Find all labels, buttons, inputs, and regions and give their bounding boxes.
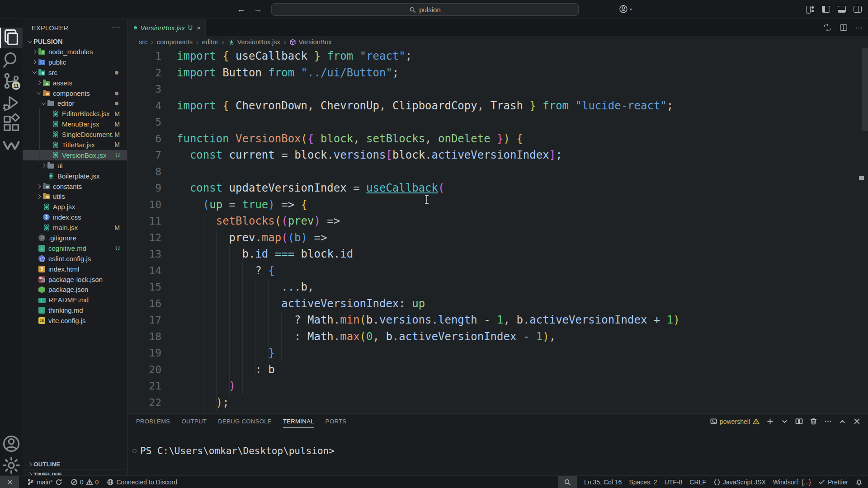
problems[interactable]: 00: [71, 479, 99, 486]
breadcrumb-item[interactable]: VersionBox: [289, 38, 331, 46]
activity-account-icon[interactable]: [0, 433, 23, 454]
tree-item-eslint-config-js[interactable]: eslint.config.js: [23, 253, 127, 264]
remote-indicator[interactable]: [0, 476, 19, 488]
activity-extensions-icon[interactable]: [0, 113, 23, 134]
nav-forward-icon[interactable]: →: [254, 5, 262, 14]
activity-settings-icon[interactable]: [0, 455, 23, 476]
cursor-position[interactable]: Ln 35, Col 16: [584, 479, 622, 486]
tree-item-node-modules[interactable]: node_modules: [23, 47, 127, 57]
activity-run-debug-icon[interactable]: [0, 92, 23, 113]
code-line-10[interactable]: 10 (up = true) => {: [128, 197, 868, 213]
panel-more-icon[interactable]: [824, 418, 832, 425]
tree-item-menubar-jsx[interactable]: MenuBar.jsxM: [23, 119, 127, 129]
code-line-1[interactable]: 1import { useCallback } from "react";: [128, 48, 868, 65]
tree-item-cognitive-md[interactable]: cognitive.mdU: [23, 243, 127, 253]
tree-item-thinking-md[interactable]: thinking.md: [23, 305, 127, 315]
new-terminal-icon[interactable]: [766, 418, 774, 425]
code-line-11[interactable]: 11 setBlocks((prev) =>: [128, 213, 868, 230]
activity-search-icon[interactable]: [0, 50, 23, 70]
terminal-content[interactable]: PS C:\Users\omkar\Desktop\pulsion>: [132, 446, 335, 456]
code-line-8[interactable]: 8: [128, 164, 868, 180]
tree-item-main-jsx[interactable]: main.jsxM: [23, 222, 127, 233]
tree-item-app-jsx[interactable]: App.jsx: [23, 202, 127, 212]
panel-tab-ports[interactable]: PORTS: [326, 414, 347, 429]
split-terminal-icon[interactable]: [795, 418, 803, 425]
split-editor-icon[interactable]: [839, 23, 848, 32]
tree-item-boilerplate-jsx[interactable]: Boilerplate.jsx: [23, 171, 127, 181]
code-line-14[interactable]: 14 ? {: [128, 263, 868, 279]
code-line-19[interactable]: 19 }: [128, 345, 868, 361]
code-line-16[interactable]: 16 activeVersionIndex: up: [128, 296, 868, 312]
tree-item-src[interactable]: src: [23, 67, 127, 78]
code-line-4[interactable]: 4import { ChevronDown, ChevronUp, Clipbo…: [128, 98, 868, 114]
explorer-more-actions-icon[interactable]: ···: [112, 23, 121, 32]
code-line-5[interactable]: 5: [128, 114, 868, 131]
breadcrumb[interactable]: src›components›editor›VersionBox.jsx›Ver…: [128, 36, 868, 48]
discord-status[interactable]: Connected to Discord: [107, 479, 177, 486]
tree-item-ui[interactable]: ui: [23, 160, 127, 171]
tree-item-public[interactable]: public: [23, 57, 127, 67]
code-line-12[interactable]: 12 prev.map((b) =>: [128, 230, 868, 246]
account-menu[interactable]: ▾: [618, 4, 632, 14]
tree-item-readme-md[interactable]: README.md: [23, 295, 127, 305]
code-line-13[interactable]: 13 b.id === block.id: [128, 246, 868, 263]
code-line-2[interactable]: 2import Button from "../ui/Button";: [128, 65, 868, 81]
panel-tab-problems[interactable]: PROBLEMS: [136, 414, 170, 429]
maximize-panel-icon[interactable]: [839, 418, 846, 425]
nav-back-icon[interactable]: ←: [237, 5, 245, 14]
toggle-secondary-sidebar-icon[interactable]: [854, 6, 862, 13]
breadcrumb-item[interactable]: VersionBox.jsx: [228, 38, 280, 46]
panel-tab-terminal[interactable]: TERMINAL: [283, 414, 314, 429]
close-panel-icon[interactable]: [853, 418, 861, 425]
code-line-20[interactable]: 20 : b: [128, 361, 868, 378]
tree-item-package-json[interactable]: package.json: [23, 284, 127, 295]
notifications[interactable]: [855, 479, 863, 486]
tree-item-index-css[interactable]: index.css: [23, 212, 127, 222]
activity-explorer-icon[interactable]: [0, 28, 23, 48]
tab-versionbox[interactable]: VersionBox.jsx U ×: [128, 19, 206, 36]
open-changes-icon[interactable]: [823, 23, 832, 32]
kill-terminal-icon[interactable]: [810, 418, 817, 425]
editor-scrollbar[interactable]: [862, 48, 868, 131]
toggle-panel-icon[interactable]: [838, 6, 846, 13]
activity-source-control-icon[interactable]: 11: [0, 70, 23, 91]
code-line-17[interactable]: 17 ? Math.min(b.versions.length - 1, b.a…: [128, 312, 868, 328]
tree-item-components[interactable]: components: [23, 88, 127, 99]
code-line-15[interactable]: 15 ...b,: [128, 279, 868, 296]
code-line-6[interactable]: 6function VersionBox({ block, setBlocks,…: [128, 131, 868, 147]
tree-item-versionbox-jsx[interactable]: VersionBox.jsxU: [23, 150, 127, 160]
timeline-section[interactable]: TIMELINE: [23, 469, 127, 475]
tab-close-icon[interactable]: ×: [197, 24, 201, 32]
code-editor[interactable]: 1import { useCallback } from "react";2im…: [128, 48, 868, 413]
panel-tab-output[interactable]: OUTPUT: [181, 414, 207, 429]
project-root[interactable]: PULSION: [23, 36, 127, 47]
windsurf-status[interactable]: Windsurf: {...}: [773, 479, 811, 486]
tree-item-package-lock-json[interactable]: package-lock.json: [23, 274, 127, 285]
tree-item-index-html[interactable]: index.html: [23, 264, 127, 274]
breadcrumb-item[interactable]: src: [139, 38, 147, 46]
tree-item-constants[interactable]: constants: [23, 181, 127, 192]
tree-item-vite-config-js[interactable]: vite.config.js: [23, 315, 127, 326]
code-line-9[interactable]: 9 const updateVersionIndex = useCallback…: [128, 180, 868, 197]
code-line-18[interactable]: 18 : Math.max(0, b.activeVersionIndex - …: [128, 328, 868, 345]
code-line-22[interactable]: 22 );: [128, 394, 868, 411]
outline-section[interactable]: OUTLINE: [23, 459, 127, 469]
code-line-7[interactable]: 7 const current = block.versions[block.a…: [128, 147, 868, 164]
command-center-search[interactable]: pulsion: [271, 3, 579, 16]
code-line-21[interactable]: 21 ): [128, 378, 868, 394]
editor-more-actions-icon[interactable]: ⋯: [855, 23, 863, 32]
breadcrumb-item[interactable]: editor: [202, 38, 218, 46]
toggle-sidebar-icon[interactable]: [822, 6, 830, 13]
language-mode[interactable]: JavaScript JSX: [713, 479, 766, 486]
tree-item-editorblocks-jsx[interactable]: EditorBlocks.jsxM: [23, 108, 127, 119]
encoding[interactable]: UTF-8: [665, 479, 683, 486]
tree-item-utils[interactable]: utils: [23, 191, 127, 202]
zoom-indicator[interactable]: [558, 476, 577, 488]
git-branch[interactable]: main*: [27, 479, 62, 486]
customize-layout-icon[interactable]: [806, 6, 814, 13]
code-line-3[interactable]: 3: [128, 81, 868, 98]
activity-windsurf-icon[interactable]: [0, 135, 23, 155]
eol[interactable]: CRLF: [689, 479, 706, 486]
prettier[interactable]: Prettier: [818, 479, 848, 486]
breadcrumb-item[interactable]: components: [157, 38, 193, 46]
